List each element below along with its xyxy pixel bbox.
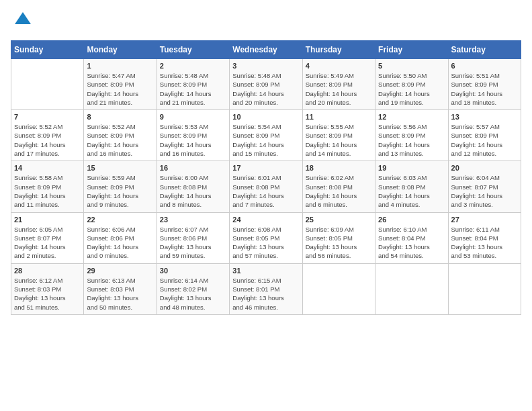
calendar-cell: 16Sunrise: 6:00 AM Sunset: 8:08 PM Dayli… (157, 161, 229, 212)
calendar-table: SundayMondayTuesdayWednesdayThursdayFrid… (11, 40, 521, 315)
day-info: Sunrise: 6:03 AM Sunset: 8:08 PM Dayligh… (378, 173, 445, 209)
day-info: Sunrise: 5:50 AM Sunset: 8:09 PM Dayligh… (378, 71, 445, 107)
day-info: Sunrise: 5:55 AM Sunset: 8:09 PM Dayligh… (306, 122, 372, 158)
day-info: Sunrise: 6:02 AM Sunset: 8:08 PM Dayligh… (306, 173, 372, 209)
calendar-cell: 14Sunrise: 5:58 AM Sunset: 8:09 PM Dayli… (11, 161, 84, 212)
day-number: 26 (378, 216, 445, 224)
calendar-cell: 11Sunrise: 5:55 AM Sunset: 8:09 PM Dayli… (302, 110, 375, 161)
day-number: 8 (87, 113, 153, 121)
day-number: 28 (14, 267, 81, 275)
day-info: Sunrise: 5:49 AM Sunset: 8:09 PM Dayligh… (306, 71, 372, 107)
day-info: Sunrise: 5:59 AM Sunset: 8:09 PM Dayligh… (87, 173, 153, 209)
day-info: Sunrise: 6:10 AM Sunset: 8:04 PM Dayligh… (378, 225, 445, 261)
day-info: Sunrise: 6:15 AM Sunset: 8:01 PM Dayligh… (232, 276, 299, 312)
calendar-cell: 23Sunrise: 6:07 AM Sunset: 8:06 PM Dayli… (157, 212, 229, 263)
calendar-cell: 1Sunrise: 5:47 AM Sunset: 8:09 PM Daylig… (84, 59, 157, 110)
calendar-cell: 13Sunrise: 5:57 AM Sunset: 8:09 PM Dayli… (448, 110, 521, 161)
svg-marker-0 (15, 12, 31, 24)
day-number: 16 (160, 164, 226, 172)
weekday-header-thursday: Thursday (302, 41, 375, 59)
day-info: Sunrise: 6:14 AM Sunset: 8:02 PM Dayligh… (160, 276, 226, 312)
day-info: Sunrise: 6:06 AM Sunset: 8:06 PM Dayligh… (87, 225, 153, 261)
calendar-cell: 8Sunrise: 5:52 AM Sunset: 8:09 PM Daylig… (84, 110, 157, 161)
day-info: Sunrise: 6:05 AM Sunset: 8:07 PM Dayligh… (14, 225, 81, 261)
day-number: 3 (232, 62, 299, 70)
weekday-header-wednesday: Wednesday (230, 41, 302, 59)
day-info: Sunrise: 5:51 AM Sunset: 8:09 PM Dayligh… (451, 71, 518, 107)
calendar-cell: 17Sunrise: 6:01 AM Sunset: 8:08 PM Dayli… (230, 161, 302, 212)
calendar-cell (448, 263, 521, 314)
day-number: 23 (160, 216, 226, 224)
day-info: Sunrise: 6:04 AM Sunset: 8:07 PM Dayligh… (451, 173, 518, 209)
day-info: Sunrise: 6:08 AM Sunset: 8:05 PM Dayligh… (232, 225, 299, 261)
day-info: Sunrise: 5:58 AM Sunset: 8:09 PM Dayligh… (14, 173, 81, 209)
calendar-cell: 9Sunrise: 5:53 AM Sunset: 8:09 PM Daylig… (157, 110, 229, 161)
calendar-cell: 10Sunrise: 5:54 AM Sunset: 8:09 PM Dayli… (230, 110, 302, 161)
calendar-cell: 19Sunrise: 6:03 AM Sunset: 8:08 PM Dayli… (375, 161, 448, 212)
calendar-cell: 12Sunrise: 5:56 AM Sunset: 8:09 PM Dayli… (375, 110, 448, 161)
weekday-header-saturday: Saturday (448, 41, 521, 59)
day-info: Sunrise: 6:07 AM Sunset: 8:06 PM Dayligh… (160, 225, 226, 261)
calendar-cell: 20Sunrise: 6:04 AM Sunset: 8:07 PM Dayli… (448, 161, 521, 212)
calendar-cell: 26Sunrise: 6:10 AM Sunset: 8:04 PM Dayli… (375, 212, 448, 263)
logo (11, 11, 32, 32)
calendar-cell: 21Sunrise: 6:05 AM Sunset: 8:07 PM Dayli… (11, 212, 84, 263)
day-info: Sunrise: 5:52 AM Sunset: 8:09 PM Dayligh… (14, 122, 81, 158)
day-number: 2 (160, 62, 226, 70)
calendar-cell: 27Sunrise: 6:11 AM Sunset: 8:04 PM Dayli… (448, 212, 521, 263)
calendar-cell: 22Sunrise: 6:06 AM Sunset: 8:06 PM Dayli… (84, 212, 157, 263)
day-number: 1 (87, 62, 153, 70)
day-info: Sunrise: 6:12 AM Sunset: 8:03 PM Dayligh… (14, 276, 81, 312)
day-number: 12 (378, 113, 445, 121)
calendar-cell: 24Sunrise: 6:08 AM Sunset: 8:05 PM Dayli… (230, 212, 302, 263)
day-number: 25 (306, 216, 372, 224)
day-info: Sunrise: 5:57 AM Sunset: 8:09 PM Dayligh… (451, 122, 518, 158)
calendar-cell: 29Sunrise: 6:13 AM Sunset: 8:03 PM Dayli… (84, 263, 157, 314)
weekday-header-friday: Friday (375, 41, 448, 59)
day-info: Sunrise: 6:11 AM Sunset: 8:04 PM Dayligh… (451, 225, 518, 261)
calendar-cell: 2Sunrise: 5:48 AM Sunset: 8:09 PM Daylig… (157, 59, 229, 110)
day-info: Sunrise: 5:47 AM Sunset: 8:09 PM Dayligh… (87, 71, 153, 107)
day-number: 10 (232, 113, 299, 121)
day-info: Sunrise: 5:48 AM Sunset: 8:09 PM Dayligh… (232, 71, 299, 107)
day-info: Sunrise: 6:09 AM Sunset: 8:05 PM Dayligh… (306, 225, 372, 261)
weekday-header-sunday: Sunday (11, 41, 84, 59)
weekday-header-monday: Monday (84, 41, 157, 59)
day-info: Sunrise: 5:54 AM Sunset: 8:09 PM Dayligh… (232, 122, 299, 158)
calendar-cell: 30Sunrise: 6:14 AM Sunset: 8:02 PM Dayli… (157, 263, 229, 314)
calendar-cell (302, 263, 375, 314)
calendar-cell: 3Sunrise: 5:48 AM Sunset: 8:09 PM Daylig… (230, 59, 302, 110)
logo-icon (13, 11, 32, 32)
calendar-cell: 18Sunrise: 6:02 AM Sunset: 8:08 PM Dayli… (302, 161, 375, 212)
day-number: 18 (306, 164, 372, 172)
calendar-cell (375, 263, 448, 314)
day-number: 19 (378, 164, 445, 172)
day-number: 13 (451, 113, 518, 121)
day-number: 30 (160, 267, 226, 275)
day-number: 9 (160, 113, 226, 121)
day-info: Sunrise: 5:48 AM Sunset: 8:09 PM Dayligh… (160, 71, 226, 107)
day-number: 11 (306, 113, 372, 121)
header (11, 11, 521, 32)
day-number: 29 (87, 267, 153, 275)
day-number: 15 (87, 164, 153, 172)
day-number: 31 (232, 267, 299, 275)
day-number: 7 (14, 113, 81, 121)
day-info: Sunrise: 6:13 AM Sunset: 8:03 PM Dayligh… (87, 276, 153, 312)
day-number: 20 (451, 164, 518, 172)
calendar-cell: 6Sunrise: 5:51 AM Sunset: 8:09 PM Daylig… (448, 59, 521, 110)
day-number: 21 (14, 216, 81, 224)
day-number: 6 (451, 62, 518, 70)
calendar-cell: 28Sunrise: 6:12 AM Sunset: 8:03 PM Dayli… (11, 263, 84, 314)
calendar-cell: 25Sunrise: 6:09 AM Sunset: 8:05 PM Dayli… (302, 212, 375, 263)
calendar-cell: 4Sunrise: 5:49 AM Sunset: 8:09 PM Daylig… (302, 59, 375, 110)
day-number: 24 (232, 216, 299, 224)
day-info: Sunrise: 5:52 AM Sunset: 8:09 PM Dayligh… (87, 122, 153, 158)
day-info: Sunrise: 6:01 AM Sunset: 8:08 PM Dayligh… (232, 173, 299, 209)
day-number: 14 (14, 164, 81, 172)
day-number: 22 (87, 216, 153, 224)
day-info: Sunrise: 6:00 AM Sunset: 8:08 PM Dayligh… (160, 173, 226, 209)
weekday-header-tuesday: Tuesday (157, 41, 229, 59)
day-number: 27 (451, 216, 518, 224)
calendar-cell (11, 59, 84, 110)
